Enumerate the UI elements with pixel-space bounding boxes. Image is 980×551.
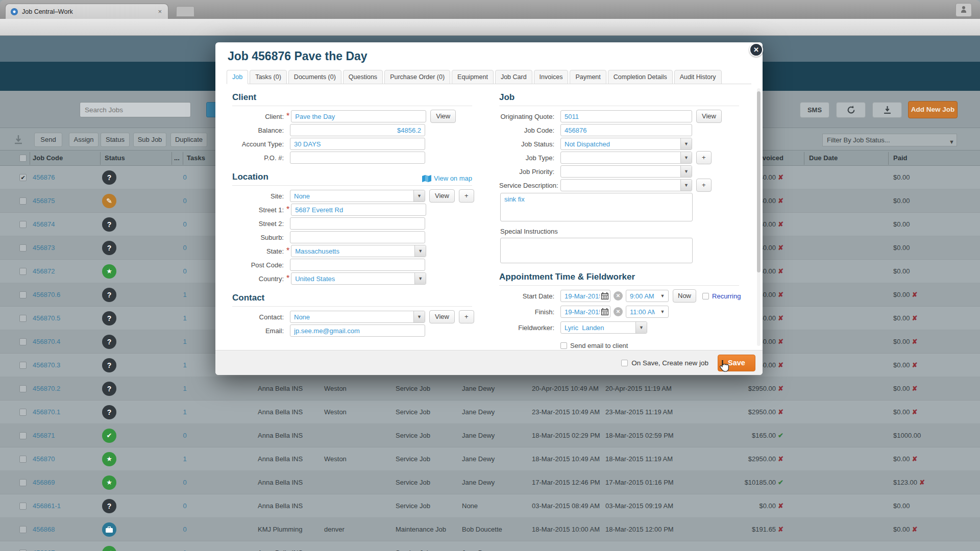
tab-job[interactable]: Job — [227, 70, 248, 84]
contact-view-button[interactable]: View — [429, 310, 455, 323]
close-icon[interactable]: ✕ — [749, 43, 763, 57]
client-view-button[interactable]: View — [430, 110, 456, 123]
add-new-job-button[interactable]: Add New Job — [908, 101, 958, 118]
sub-job-button[interactable]: Sub Job — [133, 133, 166, 147]
job-code-link[interactable]: 456872 — [33, 267, 55, 275]
balance-field[interactable] — [290, 124, 425, 136]
chevron-down-icon[interactable]: ▼ — [657, 306, 668, 317]
job-code-link[interactable]: 456870.5 — [33, 314, 60, 322]
job-code-link[interactable]: 456867 — [33, 549, 55, 551]
job-code-link[interactable]: 456869 — [33, 479, 55, 486]
question-status-icon[interactable]: ? — [102, 241, 116, 255]
select-all-checkbox[interactable] — [19, 155, 27, 162]
table-row[interactable]: 456861-1?0Anna Bella INSService JobNone0… — [0, 494, 980, 518]
row-checkbox[interactable] — [19, 244, 27, 252]
question-status-icon[interactable]: ? — [102, 335, 116, 349]
check-status-icon[interactable]: ✔ — [102, 429, 116, 443]
fieldworker-select[interactable]: ▼ — [560, 321, 647, 334]
chevron-down-icon[interactable]: ▼ — [680, 152, 692, 163]
question-status-icon[interactable]: ? — [102, 499, 116, 513]
job-code-link[interactable]: 456868 — [33, 525, 55, 533]
question-status-icon[interactable]: ? — [102, 382, 116, 396]
on-save-create-new-checkbox[interactable] — [621, 360, 628, 366]
tab-tasks-0[interactable]: Tasks (0) — [250, 70, 287, 84]
chevron-down-icon[interactable]: ▼ — [414, 245, 426, 257]
job-code-link[interactable]: 456870.6 — [33, 291, 60, 298]
status-button[interactable]: Status — [101, 133, 130, 147]
question-status-icon[interactable]: ? — [102, 358, 116, 372]
job-code-link[interactable]: 456870.1 — [33, 408, 60, 416]
clear-date-icon[interactable]: ✕ — [614, 291, 623, 300]
row-checkbox[interactable] — [19, 362, 27, 369]
start-time-select[interactable]: ▼ — [626, 290, 669, 302]
service-description-select[interactable]: ▼ — [560, 179, 692, 191]
sms-button[interactable]: SMS — [800, 102, 829, 118]
star-status-icon[interactable]: ★ — [102, 475, 116, 490]
finish-date-field[interactable] — [560, 306, 610, 318]
row-checkbox[interactable] — [19, 291, 27, 298]
postcode-field[interactable] — [290, 259, 425, 271]
col-status[interactable]: Status — [105, 154, 125, 162]
question-status-icon[interactable]: ? — [102, 288, 116, 302]
job-code-link[interactable]: 456870.3 — [33, 361, 60, 369]
job-code-link[interactable]: 456876 — [33, 173, 55, 181]
row-checkbox[interactable] — [19, 315, 27, 322]
job-code-link[interactable]: 456870 — [33, 455, 55, 463]
duplicate-button[interactable]: Duplicate — [170, 133, 207, 147]
star-status-icon[interactable]: ★ — [102, 264, 116, 279]
assign-button[interactable]: Assign — [69, 133, 99, 147]
table-row[interactable]: 4568680KMJ PlummingdenverMaintenance Job… — [0, 518, 980, 541]
chevron-down-icon[interactable]: ▼ — [657, 290, 668, 302]
tab-purchase-order-0[interactable]: Purchase Order (0) — [384, 70, 450, 84]
browser-tab[interactable]: Job Central–Work × — [5, 4, 168, 19]
send-button[interactable]: Send — [34, 133, 62, 147]
row-checkbox[interactable] — [19, 338, 27, 345]
table-row[interactable]: 456870★1Anna Bella INSWestonService JobJ… — [0, 447, 980, 471]
row-checkbox[interactable] — [19, 409, 27, 416]
row-checkbox[interactable] — [19, 221, 27, 228]
state-select[interactable]: ▼ — [291, 245, 426, 257]
suburb-field[interactable] — [290, 231, 425, 243]
calendar-icon[interactable] — [601, 308, 608, 317]
col-more[interactable]: ... — [174, 154, 180, 162]
row-checkbox[interactable] — [19, 432, 27, 439]
service-description-add-button[interactable]: + — [696, 179, 712, 192]
view-on-map-link[interactable]: View on map — [422, 174, 472, 182]
contact-select[interactable]: ▼ — [290, 311, 425, 323]
question-status-icon[interactable]: ? — [102, 405, 116, 419]
clear-date-icon[interactable]: ✕ — [614, 307, 623, 316]
tab-questions[interactable]: Questions — [343, 70, 383, 84]
table-row[interactable]: 456870.1?1Anna Bella INSWestonService Jo… — [0, 400, 980, 424]
row-checkbox[interactable] — [19, 479, 27, 486]
scrollbar-thumb[interactable] — [757, 91, 761, 272]
recurring-checkbox[interactable] — [702, 293, 709, 299]
profile-button[interactable] — [955, 3, 972, 17]
new-tab-button[interactable] — [176, 6, 194, 17]
country-select[interactable]: ▼ — [291, 272, 426, 285]
description-textarea[interactable]: sink fix — [500, 193, 693, 221]
job-status-select[interactable]: ▼ — [560, 138, 692, 150]
quote-view-button[interactable]: View — [696, 110, 722, 123]
calendar-icon[interactable] — [601, 292, 608, 302]
row-checkbox[interactable] — [19, 197, 27, 205]
tab-job-card[interactable]: Job Card — [495, 70, 532, 84]
question-status-icon[interactable]: ? — [102, 170, 116, 185]
job-priority-select[interactable]: ▼ — [560, 165, 692, 178]
filter-by-job-status-select[interactable]: Filter By Job Status... ▼ — [822, 134, 957, 146]
send-email-checkbox[interactable] — [560, 342, 567, 349]
chevron-down-icon[interactable]: ▼ — [413, 311, 425, 322]
tab-audit-history[interactable]: Audit History — [674, 70, 722, 84]
originating-quote-field[interactable] — [560, 110, 692, 122]
chevron-down-icon[interactable]: ▼ — [635, 322, 647, 333]
row-checkbox[interactable] — [19, 503, 27, 510]
job-code-link[interactable]: 456873 — [33, 244, 55, 252]
site-add-button[interactable]: + — [459, 189, 474, 203]
row-checkbox[interactable] — [19, 526, 27, 533]
download-button[interactable] — [872, 102, 902, 118]
modal-scrollbar[interactable] — [757, 88, 761, 346]
row-checkbox[interactable] — [19, 385, 27, 392]
tab-close-icon[interactable]: × — [157, 8, 163, 15]
job-code-link[interactable]: 456861-1 — [33, 502, 61, 510]
col-job-code[interactable]: Job Code — [33, 154, 63, 162]
check-status-icon[interactable]: ✔ — [102, 546, 116, 551]
